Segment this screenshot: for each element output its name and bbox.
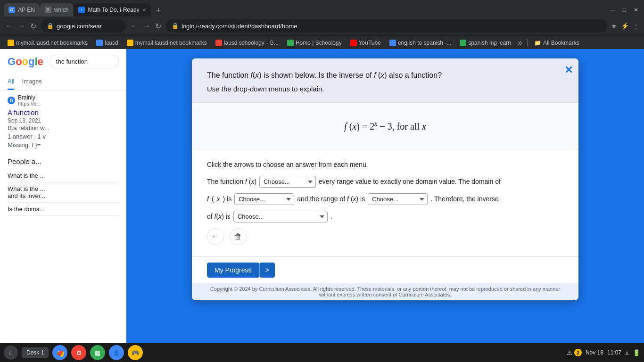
answer-actions: ← 🗑 (207, 228, 563, 245)
google-tabs: All Images (0, 74, 126, 90)
new-tab-button[interactable]: + (153, 5, 164, 16)
google-results: B Brainly https://b... A function Sep 13… (0, 90, 126, 220)
math-display: f (x) = 2x − 3, for all x (192, 102, 578, 149)
bookmark-translate-label: english to spanish -... (398, 40, 451, 46)
bookmark-mymail-2[interactable]: mymail.lausd.net bookmarks (123, 39, 211, 47)
taskbar-chrome-icon[interactable] (52, 345, 67, 360)
right-nav-buttons: ← → ↻ (129, 20, 163, 33)
bookmarks-more-button[interactable]: » (516, 38, 524, 48)
nav-buttons: ← → ↻ (4, 20, 38, 33)
bookmark-spanish-learn[interactable]: spanish lng learn (456, 39, 515, 47)
tab-3[interactable]: i Math To Do, i-Ready ✕ (74, 3, 150, 16)
all-bookmarks-folder[interactable]: 📁 All Bookmarks (530, 39, 583, 47)
google-header: Google the function (0, 49, 126, 74)
tab-2-label: which (54, 7, 69, 13)
google-background: Google the function All Images B Brainly… (0, 49, 126, 343)
trash-button[interactable]: 🗑 (230, 228, 247, 245)
window-controls: — □ ✕ (608, 6, 640, 14)
bookmark-schoology[interactable]: lausd schoology - G... (212, 39, 282, 47)
answer-section: Click the arrows to choose an answer fro… (192, 149, 578, 256)
lock-icon: 🔒 (47, 23, 54, 29)
system-button[interactable]: □ (4, 346, 18, 360)
brainly-url: https://b... (18, 101, 41, 107)
title-bar: G AP EN P which i Math To Do, i-Ready ✕ … (0, 0, 644, 17)
sentence-end: . (330, 211, 332, 222)
taskbar-app2-icon[interactable]: ⊙ (71, 345, 86, 360)
modal-close-button[interactable]: ✕ (564, 64, 573, 76)
dropdown-4[interactable]: Choose... a function not a function (233, 211, 328, 222)
left-address-box[interactable]: 🔒 google.com/sear (41, 19, 126, 33)
taskbar-right: ⚠ 2 Nov 18 11:07 ⍋ 🔋 (567, 349, 640, 356)
notification-badge: 2 (574, 349, 582, 356)
bookmark-home-schoology[interactable]: Home | Schoology (283, 39, 346, 47)
progress-arrow-button[interactable]: > (259, 263, 275, 278)
back-button[interactable]: ← (4, 20, 15, 32)
extensions-icon[interactable]: ⚡ (620, 21, 630, 31)
refresh-button[interactable]: ↻ (28, 20, 38, 33)
taskbar-app3-icon[interactable]: ▦ (90, 345, 105, 360)
taskbar-status: ⚠ 2 (567, 349, 582, 356)
question-sub-text: Use the drop-down menus to explain. (207, 85, 563, 93)
right-url: login.i-ready.com/student/dashboard/home (182, 23, 602, 30)
warning-icon: ⚠ (567, 349, 572, 356)
bookmarks-separator (527, 39, 528, 47)
bookmark-lausd-label: lausd (105, 40, 118, 46)
main-area: Google the function All Images B Brainly… (0, 49, 644, 343)
fx-row2: f (207, 194, 209, 204)
desk-1-button[interactable]: Desk 1 (22, 347, 49, 358)
dropdown-1[interactable]: Choose... maps does not map (259, 176, 316, 188)
brainly-result-title[interactable]: A function (8, 108, 119, 116)
taskbar-app4-icon[interactable]: 👤 (109, 345, 124, 360)
x-row2: x (217, 194, 220, 204)
iready-overlay: ✕ The function f(x) is shown below. Is t… (126, 49, 644, 343)
tab-1[interactable]: G AP EN (4, 3, 40, 16)
bookmark-translate[interactable]: english to spanish -... (386, 39, 455, 47)
taskbar-time: 11:07 (607, 349, 621, 356)
people-q3[interactable]: Is the doma... (8, 203, 119, 216)
dropdown-2[interactable]: Choose... all real numbers x > 0 x ≥ 0 x… (234, 193, 294, 205)
minimize-button[interactable]: — (608, 6, 617, 14)
people-q1[interactable]: What is the ... (8, 169, 119, 182)
my-progress-button[interactable]: My Progress (207, 263, 259, 278)
people-q2[interactable]: What is the ...and its inver... (8, 182, 119, 203)
folder-icon: 📁 (534, 40, 541, 46)
google-search-bar[interactable]: the function (49, 55, 119, 68)
bookmark-lausd[interactable]: lausd (92, 39, 122, 47)
bookmark-youtube-label: YouTube (359, 40, 381, 46)
bookmark-mymail-1-label: mymail.lausd.net bookmarks (16, 40, 88, 46)
right-lock-icon: 🔒 (172, 23, 179, 29)
taskbar-app5-icon[interactable]: 🎮 (128, 345, 143, 360)
dropdown-3[interactable]: Choose... all real numbers y > 0 y ≥ 0 y… (368, 193, 428, 205)
bookmark-youtube-icon (350, 40, 357, 46)
brainly-site: Brainly (18, 94, 41, 101)
google-tab-all[interactable]: All (8, 74, 14, 90)
result-brainly: B Brainly https://b... A function Sep 13… (8, 94, 119, 150)
bookmark-schoology-icon (215, 40, 222, 46)
bookmark-home-icon (287, 40, 294, 46)
tab-2-favicon: P (45, 7, 51, 13)
google-search-text: the function (56, 58, 112, 65)
undo-button[interactable]: ← (207, 228, 224, 245)
bookmark-star-icon[interactable]: ★ (610, 21, 618, 31)
right-back-button[interactable]: ← (129, 20, 140, 32)
wifi-icon: ⍋ (625, 349, 629, 356)
bookmark-translate-icon (389, 40, 396, 46)
x-var2: x (380, 71, 384, 79)
google-tab-images[interactable]: Images (22, 74, 42, 90)
bookmark-mymail-1[interactable]: mymail.lausd.net bookmarks (4, 39, 91, 47)
tab-2[interactable]: P which (40, 3, 74, 16)
maximize-button[interactable]: □ (621, 6, 628, 14)
tab-3-close[interactable]: ✕ (142, 8, 146, 13)
right-forward-button[interactable]: → (141, 20, 152, 32)
right-address-box[interactable]: 🔒 login.i-ready.com/student/dashboard/ho… (166, 19, 607, 33)
all-bookmarks-label: All Bookmarks (543, 40, 579, 46)
browser-chrome: G AP EN P which i Math To Do, i-Ready ✕ … (0, 0, 644, 49)
bookmark-youtube[interactable]: YouTube (347, 39, 385, 47)
tab-3-favicon: i (78, 7, 85, 13)
close-button[interactable]: ✕ (632, 6, 640, 14)
menu-icon[interactable]: ⋮ (632, 21, 640, 31)
forward-button[interactable]: → (16, 20, 27, 32)
right-refresh-button[interactable]: ↻ (153, 20, 163, 33)
bookmark-mymail-1-icon (8, 40, 14, 46)
address-bar: ← → ↻ 🔒 google.com/sear ← → ↻ 🔒 login.i-… (0, 17, 644, 36)
